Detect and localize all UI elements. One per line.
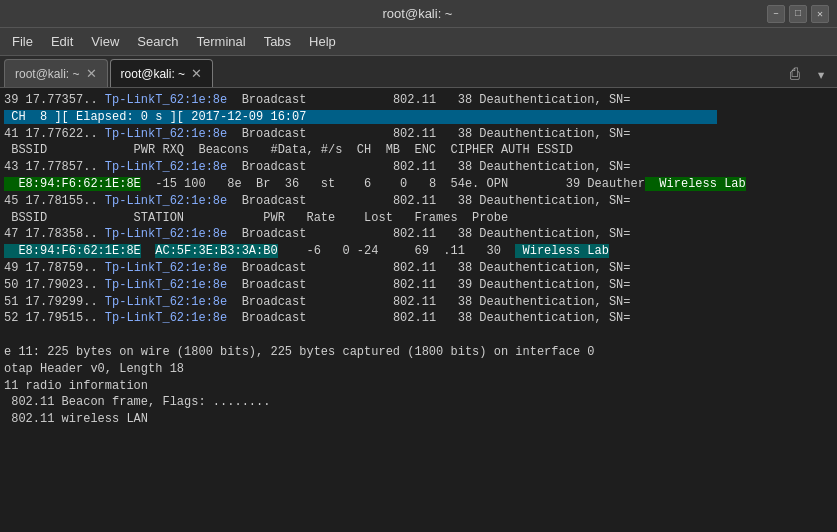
tab-1-label: root@kali: ~ (15, 67, 80, 81)
term-line-19: 802.11 Beacon frame, Flags: ........ (4, 394, 833, 411)
titlebar-title: root@kali: ~ (68, 6, 767, 21)
tab-2-close[interactable]: ✕ (191, 66, 202, 81)
tabsbar: root@kali: ~ ✕ root@kali: ~ ✕ ⎙ ▾ (0, 56, 837, 88)
term-line-11: 49 17.78759.. Tp-LinkT_62:1e:8e Broadcas… (4, 260, 833, 277)
titlebar-buttons: – □ ✕ (767, 5, 829, 23)
term-line-4: BSSID PWR RXQ Beacons #Data, #/s CH MB E… (4, 142, 833, 159)
tab-1[interactable]: root@kali: ~ ✕ (4, 59, 108, 87)
menu-search[interactable]: Search (129, 32, 186, 51)
term-line-2: CH 8 ][ Elapsed: 0 s ][ 2017-12-09 16:07 (4, 109, 833, 126)
menu-terminal[interactable]: Terminal (189, 32, 254, 51)
close-button[interactable]: ✕ (811, 5, 829, 23)
term-line-1: 39 17.77357.. Tp-LinkT_62:1e:8e Broadcas… (4, 92, 833, 109)
menu-file[interactable]: File (4, 32, 41, 51)
term-line-10: E8:94:F6:62:1E:8E AC:5F:3E:B3:3A:B0 -6 0… (4, 243, 833, 260)
tab-2-label: root@kali: ~ (121, 67, 186, 81)
menu-edit[interactable]: Edit (43, 32, 81, 51)
term-line-17: otap Header v0, Length 18 (4, 361, 833, 378)
minimize-button[interactable]: – (767, 5, 785, 23)
tab-screenshot-button[interactable]: ⎙ (783, 63, 807, 87)
menubar: File Edit View Search Terminal Tabs Help (0, 28, 837, 56)
tab-menu-button[interactable]: ▾ (809, 63, 833, 87)
menu-tabs[interactable]: Tabs (256, 32, 299, 51)
menu-view[interactable]: View (83, 32, 127, 51)
term-line-18: 11 radio information (4, 378, 833, 395)
term-line-16: e 11: 225 bytes on wire (1800 bits), 225… (4, 344, 833, 361)
menu-help[interactable]: Help (301, 32, 344, 51)
term-line-12: 50 17.79023.. Tp-LinkT_62:1e:8e Broadcas… (4, 277, 833, 294)
term-line-20: 802.11 wireless LAN (4, 411, 833, 428)
term-line-13: 51 17.79299.. Tp-LinkT_62:1e:8e Broadcas… (4, 294, 833, 311)
tab-1-close[interactable]: ✕ (86, 66, 97, 81)
maximize-button[interactable]: □ (789, 5, 807, 23)
terminal: 39 17.77357.. Tp-LinkT_62:1e:8e Broadcas… (0, 88, 837, 532)
term-line-15 (4, 327, 833, 344)
tab-2[interactable]: root@kali: ~ ✕ (110, 59, 214, 87)
term-line-5: 43 17.77857.. Tp-LinkT_62:1e:8e Broadcas… (4, 159, 833, 176)
term-line-8: BSSID STATION PWR Rate Lost Frames Probe (4, 210, 833, 227)
term-line-9: 47 17.78358.. Tp-LinkT_62:1e:8e Broadcas… (4, 226, 833, 243)
term-line-7: 45 17.78155.. Tp-LinkT_62:1e:8e Broadcas… (4, 193, 833, 210)
term-line-14: 52 17.79515.. Tp-LinkT_62:1e:8e Broadcas… (4, 310, 833, 327)
titlebar: root@kali: ~ – □ ✕ (0, 0, 837, 28)
term-line-3: 41 17.77622.. Tp-LinkT_62:1e:8e Broadcas… (4, 126, 833, 143)
term-line-6: E8:94:F6:62:1E:8E -15 100 8e Br 36 st 6 … (4, 176, 833, 193)
